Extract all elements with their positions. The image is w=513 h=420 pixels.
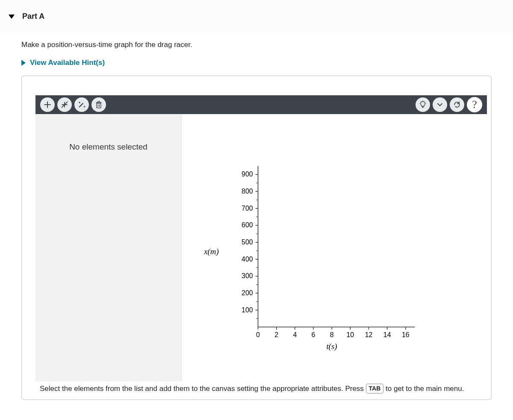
view-hints-button[interactable]: View Available Hint(s) [21, 59, 492, 67]
tab-key-badge: TAB [366, 384, 384, 394]
dropdown-button[interactable] [433, 97, 447, 112]
graph-panel: + [21, 76, 492, 400]
pencil-dot-icon: + [77, 100, 86, 109]
plus-icon [43, 100, 52, 109]
axes-plot: 1002003004005006007008009000246810121416… [182, 114, 487, 382]
svg-text:+: + [83, 105, 86, 109]
no-add-button[interactable] [57, 97, 72, 112]
svg-point-0 [79, 102, 80, 103]
svg-text:900: 900 [242, 170, 253, 178]
svg-text:100: 100 [242, 306, 253, 314]
collapse-icon[interactable] [9, 15, 15, 19]
trash-icon [94, 100, 103, 109]
svg-text:t(s): t(s) [326, 342, 337, 351]
hints-label: View Available Hint(s) [30, 59, 105, 67]
workspace: No elements selected 1002003004005006007… [35, 114, 487, 382]
help-text-after: to get to the main menu. [383, 385, 464, 393]
svg-text:500: 500 [242, 238, 253, 246]
graph-canvas[interactable]: 1002003004005006007008009000246810121416… [182, 114, 487, 382]
help-text: Select the elements from the list and ad… [35, 382, 487, 395]
svg-text:700: 700 [242, 205, 253, 212]
instruction-text: Make a position-versus-time graph for th… [21, 41, 492, 49]
svg-text:8: 8 [330, 331, 334, 338]
svg-text:600: 600 [242, 221, 253, 229]
svg-text:6: 6 [312, 331, 315, 338]
svg-text:400: 400 [242, 256, 253, 263]
svg-text:2: 2 [274, 331, 278, 338]
svg-text:16: 16 [402, 331, 410, 338]
svg-text:12: 12 [365, 331, 373, 338]
chevron-right-icon [21, 60, 26, 66]
chevron-down-icon [436, 100, 444, 109]
empty-message: No elements selected [69, 142, 147, 151]
svg-text:4: 4 [293, 331, 297, 338]
svg-text:800: 800 [242, 188, 253, 195]
edit-point-button[interactable]: + [74, 97, 89, 112]
part-label: Part A [22, 12, 44, 21]
part-header: Part A [0, 0, 513, 33]
graph-toolbar: + [35, 95, 487, 114]
svg-text:14: 14 [383, 331, 391, 338]
help-button[interactable]: ? [467, 97, 482, 112]
reset-button[interactable] [450, 97, 464, 112]
reset-icon [453, 100, 461, 109]
help-text-before: Select the elements from the list and ad… [40, 385, 366, 393]
question-icon: ? [472, 98, 477, 111]
delete-button[interactable] [91, 97, 106, 112]
svg-text:x(m): x(m) [203, 247, 219, 256]
svg-text:300: 300 [242, 272, 253, 279]
lightbulb-icon [419, 100, 427, 109]
svg-text:0: 0 [256, 331, 260, 338]
lightbulb-button[interactable] [416, 97, 430, 112]
element-selector-panel[interactable]: No elements selected [35, 114, 182, 382]
svg-text:200: 200 [242, 289, 253, 297]
plus-slash-icon [60, 100, 69, 109]
add-button[interactable] [40, 97, 55, 112]
svg-text:10: 10 [347, 331, 354, 338]
